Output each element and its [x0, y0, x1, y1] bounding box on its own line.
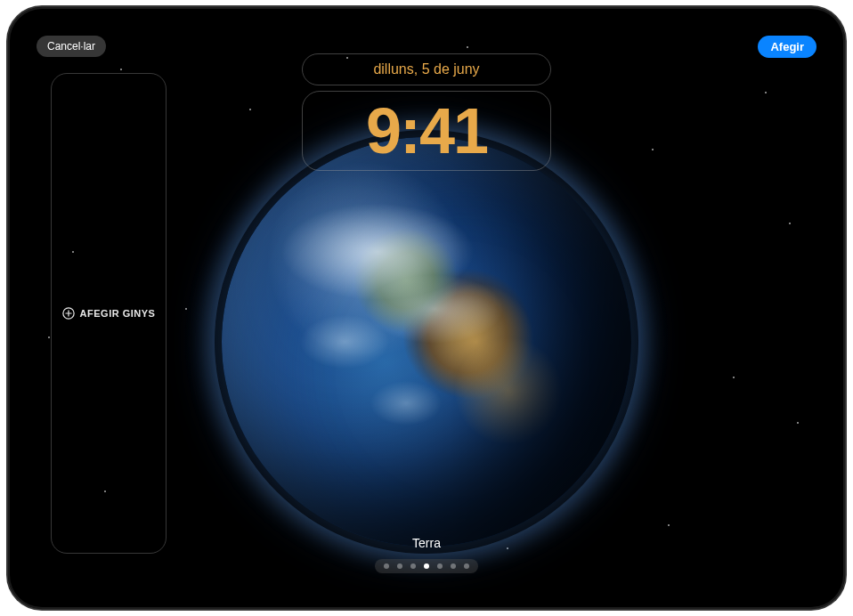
- time-widget[interactable]: 9:41: [302, 91, 551, 171]
- date-text: dilluns, 5 de juny: [373, 61, 479, 77]
- plus-circle-icon: [62, 307, 75, 320]
- add-button[interactable]: Afegir: [758, 36, 816, 58]
- page-dot[interactable]: [384, 563, 389, 569]
- page-dot-active[interactable]: [424, 563, 429, 569]
- page-dot[interactable]: [451, 563, 456, 569]
- ipad-frame: Cancel·lar Afegir AFEGIR GINYS dilluns, …: [8, 7, 845, 609]
- earth-wallpaper: [222, 137, 631, 547]
- add-widgets-panel[interactable]: AFEGIR GINYS: [51, 73, 167, 554]
- time-text: 9:41: [366, 99, 487, 163]
- cancel-button[interactable]: Cancel·lar: [37, 36, 106, 57]
- page-dot[interactable]: [410, 563, 416, 569]
- page-dot[interactable]: [397, 563, 402, 569]
- page-indicator[interactable]: [375, 559, 478, 573]
- add-widgets-label: AFEGIR GINYS: [80, 308, 156, 319]
- lock-screen-editor: Cancel·lar Afegir AFEGIR GINYS dilluns, …: [24, 23, 829, 593]
- date-widget[interactable]: dilluns, 5 de juny: [302, 53, 551, 85]
- page-dot[interactable]: [437, 563, 443, 569]
- wallpaper-name: Terra: [412, 536, 441, 550]
- page-dot[interactable]: [464, 563, 469, 569]
